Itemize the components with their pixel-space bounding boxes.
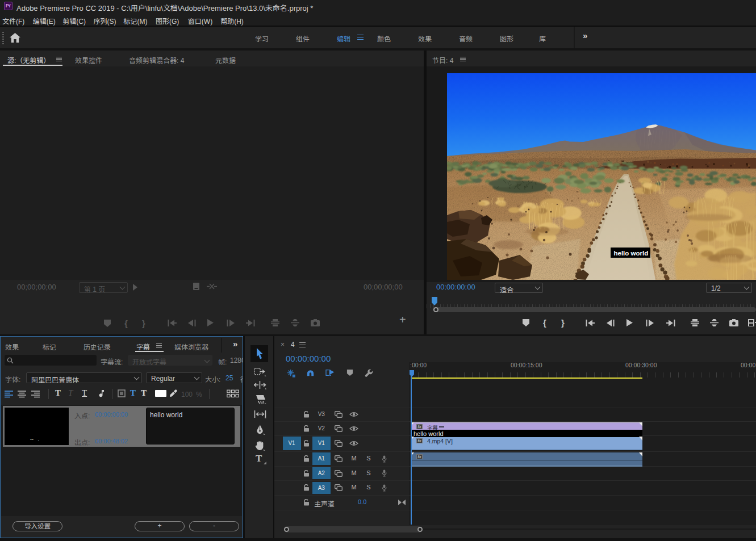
svg-text:hello world: hello world xyxy=(614,250,649,257)
